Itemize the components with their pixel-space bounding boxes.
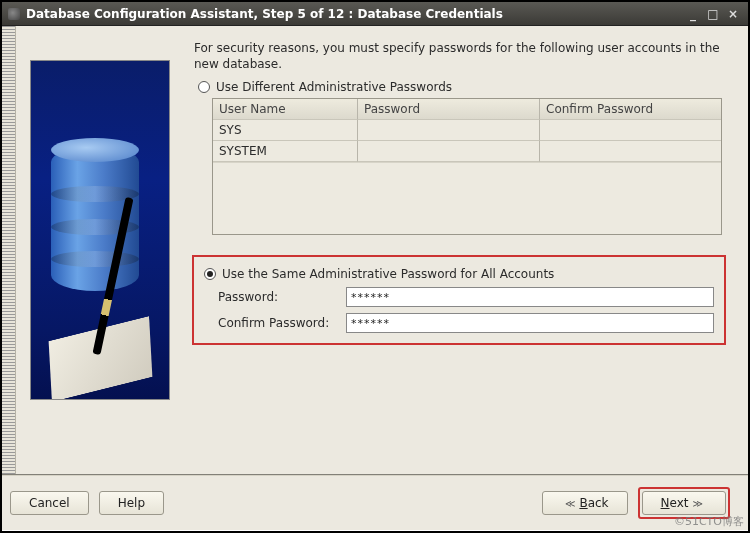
wizard-artwork bbox=[30, 60, 170, 400]
minimize-button[interactable]: _ bbox=[684, 6, 702, 22]
radio-icon bbox=[204, 268, 216, 280]
main-panel: For security reasons, you must specify p… bbox=[184, 26, 748, 474]
confirm-password-input[interactable]: ****** bbox=[346, 313, 714, 333]
radio-label: Use Different Administrative Passwords bbox=[216, 80, 452, 94]
window-title: Database Configuration Assistant, Step 5… bbox=[26, 7, 682, 21]
button-label: Cancel bbox=[29, 496, 70, 510]
col-password: Password bbox=[358, 99, 540, 120]
radio-label: Use the Same Administrative Password for… bbox=[222, 267, 554, 281]
content-area: For security reasons, you must specify p… bbox=[2, 26, 748, 474]
wizard-footer: Cancel Help ≪ Back Next ≫ bbox=[2, 474, 748, 530]
password-label: Password: bbox=[218, 290, 338, 304]
cancel-button[interactable]: Cancel bbox=[10, 491, 89, 515]
left-ribbon bbox=[2, 26, 16, 474]
radio-same-password[interactable]: Use the Same Administrative Password for… bbox=[204, 267, 714, 281]
confirm-password-label: Confirm Password: bbox=[218, 316, 338, 330]
next-button[interactable]: Next ≫ bbox=[642, 491, 726, 515]
title-bar: Database Configuration Assistant, Step 5… bbox=[2, 2, 748, 26]
col-confirm: Confirm Password bbox=[540, 99, 721, 120]
app-icon bbox=[8, 8, 20, 20]
table-empty-area bbox=[213, 162, 721, 234]
radio-icon bbox=[198, 81, 210, 93]
cell-password[interactable] bbox=[358, 120, 540, 141]
button-label: Next bbox=[661, 496, 689, 510]
close-button[interactable]: × bbox=[724, 6, 742, 22]
button-label: Help bbox=[118, 496, 145, 510]
button-label: Back bbox=[579, 496, 608, 510]
cell-password[interactable] bbox=[358, 141, 540, 162]
maximize-button[interactable]: □ bbox=[704, 6, 722, 22]
wizard-side-image bbox=[16, 26, 184, 474]
credentials-table: User Name Password Confirm Password SYS … bbox=[212, 98, 722, 235]
cell-confirm[interactable] bbox=[540, 141, 721, 162]
table-row: SYSTEM bbox=[213, 141, 721, 162]
same-password-block: Use the Same Administrative Password for… bbox=[192, 255, 726, 345]
cell-user: SYSTEM bbox=[213, 141, 358, 162]
back-button[interactable]: ≪ Back bbox=[542, 491, 628, 515]
cell-confirm[interactable] bbox=[540, 120, 721, 141]
table-row: SYS bbox=[213, 120, 721, 141]
intro-text: For security reasons, you must specify p… bbox=[192, 40, 726, 72]
chevron-right-icon: ≫ bbox=[693, 498, 703, 509]
help-button[interactable]: Help bbox=[99, 491, 164, 515]
cell-user: SYS bbox=[213, 120, 358, 141]
watermark: ©51CTO博客 bbox=[674, 514, 744, 529]
password-input[interactable]: ****** bbox=[346, 287, 714, 307]
table-header-row: User Name Password Confirm Password bbox=[213, 99, 721, 120]
radio-different-passwords[interactable]: Use Different Administrative Passwords bbox=[198, 80, 726, 94]
chevron-left-icon: ≪ bbox=[565, 498, 575, 509]
col-user: User Name bbox=[213, 99, 358, 120]
